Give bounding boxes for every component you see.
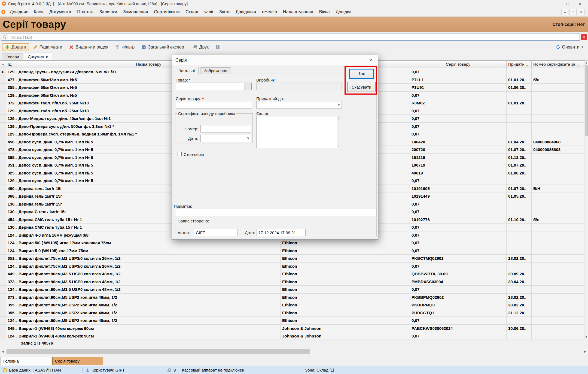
menu-item-12[interactable]: Налаштування (280, 7, 316, 16)
scroll-up-icon[interactable]: ▲ (584, 61, 588, 65)
note-input[interactable] (175, 209, 376, 216)
scroll-up-icon[interactable]: ∧ (337, 117, 341, 119)
column-header-5[interactable]: Придатн... (507, 61, 532, 68)
menu-item-4[interactable]: Залишки (96, 7, 120, 16)
mdi-close-icon[interactable]: × (578, 9, 585, 15)
cell (532, 294, 584, 301)
table-row[interactable]: 449..Викрил фиолет.90см,М3,5 USP0 кол.иг… (0, 270, 584, 278)
column-header-1[interactable]: ІД (6, 61, 17, 68)
ok-button[interactable]: Так (349, 69, 374, 79)
table-row[interactable]: 349..Викрил-1 (W9468) 40мм кол-реж 90смJ… (0, 325, 584, 333)
table-row[interactable]: 124..Викрил фиолет.90см,М5 USP2 кол.игла… (0, 317, 584, 325)
menu-item-0[interactable]: Довідник (7, 7, 31, 16)
search-input[interactable] (8, 35, 580, 40)
maximize-icon[interactable]: □ (561, 1, 574, 6)
author-input[interactable] (194, 229, 238, 236)
menu-item-5[interactable]: Замовлення (120, 7, 151, 16)
menu-logo-icon (1, 10, 6, 14)
vertical-scroll-thumb[interactable] (585, 65, 588, 136)
stock-scrollbar[interactable]: ∧ ∨ (337, 116, 341, 148)
bottom-tab-1[interactable]: Серія товару (52, 357, 103, 365)
cell (532, 263, 584, 270)
stop-series-checkbox[interactable] (178, 152, 182, 156)
status-count: 3 (167, 366, 176, 374)
table-row[interactable]: 355..Викрил фиолет.90см,М5 USP2 кол.игла… (0, 301, 584, 309)
bottom-tab-0[interactable]: Головна (1, 357, 51, 365)
dialog-tabs: Загальні Зображення (175, 67, 231, 74)
table-row[interactable]: 124..Викрил 5/0 ( W9105) игла 17мм колющ… (0, 239, 584, 247)
table-row[interactable]: 373..Викрил фиолет.90см,М5 USP2 кол.игла… (0, 294, 584, 301)
table-row[interactable]: 124..Викрил-1 (W9468) 40мм кол-реж 90смJ… (0, 332, 584, 339)
cert-date-select[interactable]: ∨ (200, 135, 251, 142)
cell (532, 278, 584, 286)
product-input[interactable] (176, 83, 244, 90)
scroll-down-icon[interactable]: ∨ (337, 145, 341, 147)
status-user: Користувач: GIFT (86, 366, 125, 374)
cell (507, 107, 532, 115)
menu-item-14[interactable]: Довідка (333, 7, 355, 16)
menu-item-10[interactable]: Довідники (233, 7, 259, 16)
edit-button[interactable]: Редагувати (31, 43, 65, 51)
status-cash-register: Кассовый аппарат не подключен (182, 366, 244, 374)
dialog-tab-general[interactable]: Загальні (175, 67, 199, 74)
columns-button[interactable] (213, 44, 222, 51)
cell: 355.. (6, 309, 17, 317)
minimize-icon[interactable]: – (549, 1, 561, 6)
cell: 124.. (6, 317, 17, 325)
menu-item-13[interactable]: Вікна (316, 7, 333, 16)
cell: 0,07 (410, 231, 507, 239)
scroll-left-icon[interactable]: ◀ (0, 348, 6, 355)
scroll-right-icon[interactable]: ▶ (582, 348, 588, 355)
manufacturer-input[interactable] (256, 83, 342, 90)
stock-textarea[interactable]: ∧ ∨ (256, 116, 341, 148)
cell (532, 208, 584, 216)
menu-item-6[interactable]: Сертифікати (151, 7, 182, 16)
table-row[interactable]: 373..Викрил фиолет.90см,М3,5 USP0 кол.иг… (0, 278, 584, 286)
cancel-button[interactable]: Скасувати (347, 82, 376, 92)
delete-row-button[interactable]: Видалити рядок (66, 43, 111, 51)
valid-until-select[interactable]: ∨ (256, 101, 342, 108)
horizontal-scrollbar[interactable]: ◀ ▶ (0, 348, 588, 355)
table-row[interactable]: 124..Викрил фиолет.75см,М2 USP3/0 кол.иг… (0, 263, 584, 270)
row-indicator (0, 177, 6, 185)
export-button[interactable]: Загальний експорт (139, 43, 188, 51)
view-tab-1[interactable]: Документи (24, 53, 52, 60)
table-row[interactable]: 351..Викрил фиолет.75см,М2 USP3/0 кол.иг… (0, 255, 584, 263)
series-input[interactable] (176, 101, 252, 108)
dialog-tab-images[interactable]: Зображення (200, 67, 231, 74)
menu-item-9[interactable]: Звіти (216, 7, 233, 16)
refresh-button[interactable]: Оновити ▾ (556, 45, 586, 50)
menu-item-1[interactable]: Каса (31, 7, 46, 16)
print-button[interactable]: Друк (190, 43, 212, 51)
menu-item-3[interactable]: Платежі (74, 7, 96, 16)
search-clear-button[interactable]: × (581, 34, 587, 40)
mdi-restore-icon[interactable]: □ (569, 9, 577, 15)
table-row[interactable]: 124..Викрил фиолет.90см,М3,5 USP0 кол.иг… (0, 286, 584, 294)
cell (532, 200, 584, 208)
horizontal-scroll-thumb[interactable] (7, 349, 310, 354)
filter-button[interactable]: Фільтр (112, 43, 137, 51)
cert-number-input[interactable] (200, 125, 251, 132)
menu-item-11[interactable]: eHealth (259, 7, 280, 16)
menu-item-2[interactable]: Документи (46, 7, 74, 16)
mdi-minimize-icon[interactable]: – (561, 9, 568, 15)
view-tab-0[interactable]: Товари (2, 53, 23, 60)
product-browse-button[interactable]: ... (245, 83, 252, 90)
cell: 100719 (410, 161, 507, 169)
add-button[interactable]: Додати (2, 43, 29, 51)
row-indicator (0, 130, 6, 138)
scroll-down-icon[interactable]: ▼ (584, 335, 588, 339)
column-header-0[interactable]: ≡ (0, 61, 6, 68)
vertical-scrollbar[interactable]: ▲ ▼ (584, 61, 588, 339)
column-header-4[interactable]: Серія товару (410, 61, 507, 68)
column-header-6[interactable]: Номер сертифіката за... (532, 61, 584, 68)
cell: Ethicon (281, 301, 410, 309)
menu-item-7[interactable]: Склад (183, 7, 201, 16)
created-date-input[interactable] (257, 229, 306, 236)
dialog-close-icon[interactable]: × (367, 57, 374, 63)
table-row[interactable]: 124..Викрил 5-0 (W9105) кол.17мм 75смEth… (0, 247, 584, 255)
table-row[interactable]: 355..Викрил фиолет.90см,М5 USP2 кол.игла… (0, 309, 584, 317)
close-icon[interactable]: × (574, 1, 586, 6)
menu-item-8[interactable]: Філії (201, 7, 216, 16)
cell: PKBCTMQ02802 (410, 255, 507, 263)
